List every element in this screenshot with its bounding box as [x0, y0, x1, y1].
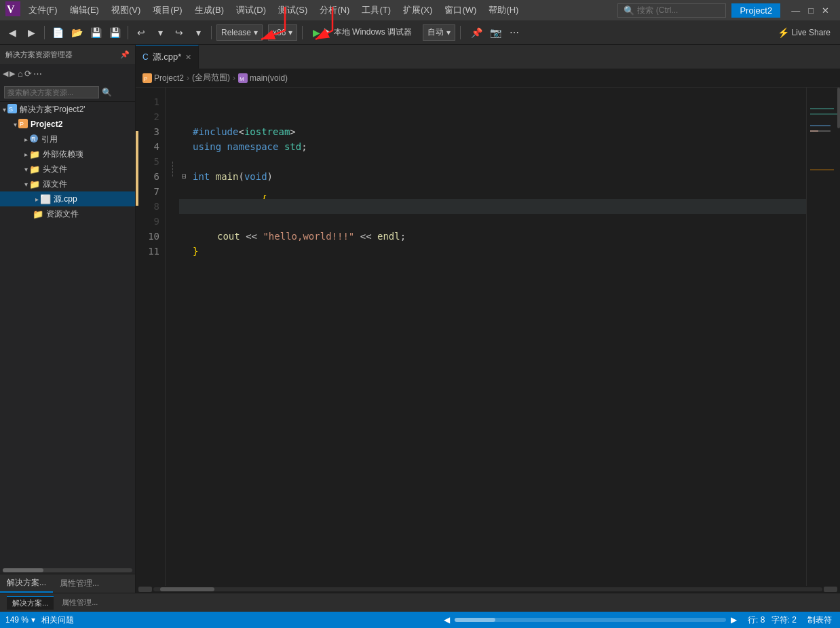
- tree-headers[interactable]: ▾ 📁 头文件: [0, 162, 135, 177]
- svg-text:S: S: [9, 106, 13, 113]
- tree-references[interactable]: ▸ R 引用: [0, 132, 135, 147]
- release-chevron-icon: ▾: [254, 28, 258, 37]
- project-label: Project2: [31, 119, 62, 129]
- redo-dropdown[interactable]: ▾: [190, 24, 206, 41]
- tree-resources[interactable]: 📁 资源文件: [0, 206, 135, 221]
- breadcrumb-func[interactable]: M main(void): [238, 73, 288, 83]
- save-all-btn[interactable]: 💾: [107, 24, 123, 41]
- status-scroll[interactable]: ◀ ▶: [441, 612, 740, 628]
- scroll-right-btn[interactable]: [824, 587, 837, 592]
- sidebar-toolbar: ◀ ▶ ⌂ ⟳ ⋯: [0, 64, 135, 83]
- status-encoding[interactable]: 制表符: [805, 612, 835, 628]
- chevron-right-icon-3: ▸: [35, 196, 39, 203]
- status-hscroll[interactable]: [455, 618, 726, 622]
- menu-debug[interactable]: 调试(D): [231, 3, 271, 18]
- tab-label: 源.cpp*: [153, 51, 182, 63]
- menu-view[interactable]: 视图(V): [106, 3, 146, 18]
- minimize-btn[interactable]: —: [791, 5, 800, 16]
- code-line-5: [179, 154, 806, 169]
- minimap: [806, 88, 840, 586]
- menu-edit[interactable]: 编辑(E): [64, 3, 104, 18]
- zoom-chevron-icon: ▾: [31, 615, 35, 625]
- live-share-btn[interactable]: ⚡ Live Share: [772, 26, 836, 39]
- scroll-left-btn[interactable]: [138, 587, 152, 592]
- sidebar-home-icon[interactable]: ⌂: [18, 69, 23, 79]
- code-view[interactable]: 1 2 3 4 5 6 7 8 9 10 11 #include<: [136, 88, 840, 586]
- auto-dropdown[interactable]: 自动 ▾: [423, 24, 455, 41]
- sidebar-pin-icon[interactable]: 📌: [120, 50, 130, 59]
- breadcrumb-project[interactable]: P Project2: [142, 73, 184, 83]
- tree-external-deps[interactable]: ▸ 📁 外部依赖项: [0, 147, 135, 162]
- breadcrumb-scope[interactable]: (全局范围): [192, 72, 230, 84]
- minimap-scroll-indicator[interactable]: [837, 88, 840, 128]
- maximize-btn[interactable]: □: [808, 5, 814, 16]
- search-box[interactable]: 🔍: [617, 3, 726, 18]
- sep1: [44, 26, 45, 39]
- editor-hscroll[interactable]: [136, 586, 840, 593]
- zoom-control[interactable]: 149 % ▾: [0, 612, 41, 628]
- svg-rect-12: [810, 108, 834, 109]
- scroll-left-icon: ◀: [444, 615, 450, 625]
- tree-solution[interactable]: ▾ S 解决方案'Project2': [0, 102, 135, 117]
- camera-btn[interactable]: 📷: [487, 24, 503, 41]
- menu-analyze[interactable]: 分析(N): [314, 3, 355, 18]
- sidebar-header: 解决方案资源管理器 📌: [0, 45, 135, 64]
- new-file-btn[interactable]: 📄: [50, 24, 66, 41]
- forward-btn[interactable]: ▶: [23, 24, 39, 41]
- code-line-7: {: [179, 184, 806, 199]
- editor-tab-source[interactable]: C 源.cpp* ✕: [136, 45, 199, 69]
- status-row-col[interactable]: 行: 8 字符: 2: [745, 612, 799, 628]
- menu-tools[interactable]: 工具(T): [356, 3, 396, 18]
- chevron-down-icon-4: ▾: [24, 181, 28, 188]
- sidebar-sync-icon[interactable]: ⟳: [24, 69, 32, 79]
- scrollbar-thumb[interactable]: [3, 568, 43, 572]
- sidebar-scrollbar[interactable]: [0, 567, 135, 574]
- sidebar-forward-icon[interactable]: ▶: [9, 69, 15, 78]
- search-input[interactable]: [637, 5, 712, 15]
- change-indicator-bar: [136, 88, 138, 586]
- pin-btn[interactable]: 📌: [468, 24, 484, 41]
- menu-extensions[interactable]: 扩展(X): [398, 3, 438, 18]
- redo-btn[interactable]: ↪: [171, 24, 187, 41]
- close-btn[interactable]: ✕: [822, 5, 829, 16]
- run-debugger-btn[interactable]: ▶ ▶ 本地 Windows 调试器: [307, 25, 417, 39]
- sidebar-search-input[interactable]: [4, 86, 99, 98]
- menu-help[interactable]: 帮助(H): [483, 3, 524, 18]
- open-btn[interactable]: 📂: [69, 24, 85, 41]
- arch-dropdown[interactable]: x86 ▾: [268, 24, 297, 41]
- release-dropdown[interactable]: Release ▾: [216, 24, 263, 41]
- status-hscroll-thumb[interactable]: [455, 618, 495, 622]
- vs-logo: V: [5, 1, 20, 20]
- menu-project[interactable]: 项目(P): [147, 3, 187, 18]
- hscroll-thumb[interactable]: [160, 587, 214, 591]
- menu-window[interactable]: 窗口(W): [439, 3, 482, 18]
- more-btn[interactable]: ⋯: [506, 24, 522, 41]
- arch-chevron-icon: ▾: [288, 28, 292, 37]
- menu-file[interactable]: 文件(F): [23, 3, 63, 18]
- project-title: Project2: [731, 3, 780, 18]
- undo-btn[interactable]: ↩: [133, 24, 149, 41]
- code-content[interactable]: #include<iostream> using namespace std; …: [166, 88, 806, 586]
- sidebar-tab-properties[interactable]: 属性管理...: [53, 574, 106, 593]
- sidebar-more-icon[interactable]: ⋯: [33, 69, 42, 79]
- bottom-tab-solution[interactable]: 解决方案...: [7, 596, 54, 610]
- undo-dropdown[interactable]: ▾: [152, 24, 168, 41]
- sidebar-tab-solution[interactable]: 解决方案...: [0, 574, 53, 593]
- back-btn[interactable]: ◀: [4, 24, 20, 41]
- func-icon: M: [238, 73, 248, 83]
- code-line-6: ⊟ int main(void): [179, 169, 806, 184]
- sep3: [211, 26, 212, 39]
- sidebar-back-icon[interactable]: ◀: [3, 69, 8, 78]
- tab-close-icon[interactable]: ✕: [185, 53, 191, 62]
- chevron-down-icon: ▾: [3, 106, 6, 113]
- row-col-label: 行: 8: [748, 614, 765, 626]
- tree-source-cpp[interactable]: ▸ ⬜ 源.cpp: [0, 191, 135, 206]
- bottom-tab-properties[interactable]: 属性管理...: [56, 596, 103, 609]
- save-btn[interactable]: 💾: [88, 24, 104, 41]
- menu-test[interactable]: 测试(S): [273, 3, 313, 18]
- live-share-label: Live Share: [792, 28, 831, 37]
- sidebar-search-icon[interactable]: 🔍: [102, 88, 112, 97]
- tree-project[interactable]: ▾ P Project2: [0, 117, 135, 132]
- menu-build[interactable]: 生成(B): [189, 3, 229, 18]
- tree-sourcefiles[interactable]: ▾ 📁 源文件: [0, 177, 135, 191]
